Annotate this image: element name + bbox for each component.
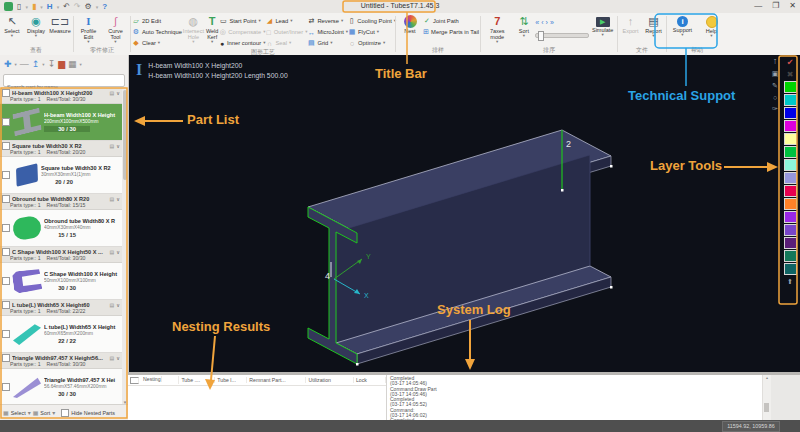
layer-color-swatch[interactable] (784, 94, 797, 106)
part-group-header[interactable]: Obround tube Width80 X R20 ▤ ∨ Parts typ… (0, 194, 122, 210)
layer-color-swatch[interactable] (784, 250, 797, 262)
layer-color-swatch[interactable] (784, 159, 797, 171)
column-tube-l[interactable]: Tube l... (215, 377, 247, 383)
joint-path-button[interactable]: ✓Joint Path (423, 16, 479, 26)
maximize-button[interactable]: ❐ (772, 1, 779, 10)
close-button[interactable]: ✕ (789, 1, 796, 10)
simulate-button[interactable]: ▶ Simulate ▾ (589, 15, 616, 37)
grid-button[interactable]: ▤Grid▾ (307, 38, 348, 48)
chevron-down-icon[interactable]: ∨ (116, 302, 120, 308)
part-checkbox[interactable] (2, 171, 10, 179)
log-scrollbar[interactable]: ▴ (762, 375, 771, 423)
chevron-down-icon[interactable]: ∨ (116, 90, 120, 96)
select-button[interactable]: ↖ Select ▾ (0, 15, 24, 38)
chevron-down-icon[interactable]: ∨ (116, 355, 120, 361)
part-group-header[interactable]: Triangle Width97.457 X Height56... ▤ ∨ P… (0, 353, 122, 369)
layer-color-swatch[interactable] (784, 198, 797, 210)
add-part-icon[interactable]: ✚ (4, 59, 12, 69)
layer-x-icon[interactable]: ✖ (784, 69, 797, 80)
scrollbar-thumb[interactable] (764, 403, 769, 412)
layer-color-swatch[interactable] (784, 120, 797, 132)
cooling-point-button[interactable]: ▯Cooling Point▾ (348, 16, 396, 26)
layer-color-swatch[interactable] (784, 172, 797, 184)
group-checkbox[interactable] (2, 301, 10, 309)
clear-button[interactable]: ◆Clear▾ (132, 38, 182, 48)
report-button[interactable]: ▤ Report ▾ (642, 15, 665, 38)
part-checkbox[interactable] (2, 383, 10, 391)
auto-technique-button[interactable]: ⚙Auto Technique (132, 27, 182, 37)
scrollbar-thumb[interactable] (123, 90, 127, 180)
intersect-hole-button[interactable]: ◍ Intersect Hole ▾ (182, 15, 205, 44)
outer-inner-button[interactable]: □Outer/Inner▾ (265, 27, 307, 37)
part-group-header[interactable]: L tube(L) Width65 X Height60 ▤ ∨ Parts t… (0, 300, 122, 316)
layer-color-swatch[interactable] (784, 133, 797, 145)
step-forward-button[interactable]: › (546, 19, 548, 26)
layer-check-icon[interactable]: ✔ (784, 57, 797, 68)
mini-measure-icon[interactable]: ⊺ (773, 58, 777, 66)
part-group-header[interactable]: H-beam Width100 X Height200 ▤ ∨ Parts ty… (0, 88, 122, 104)
step-back-button[interactable]: ‹ (541, 19, 543, 26)
support-button[interactable]: i Support ▾ (669, 15, 697, 37)
curve-tool-button[interactable]: ∫ Curve Tool ▾ (102, 15, 129, 44)
part-item[interactable]: Obround tube Width80 X R 40mmX30mmX40mm … (0, 210, 122, 247)
group-checkbox[interactable] (2, 142, 10, 150)
chevron-down-icon[interactable]: ∨ (116, 143, 120, 149)
edit-table-icon[interactable]: ▦ (68, 59, 77, 69)
7axes-mode-button[interactable]: 7 7axes mode ▾ (482, 15, 512, 44)
go-first-button[interactable]: « (535, 19, 539, 26)
export-button[interactable]: ↑ Export (619, 15, 642, 34)
remove-part-icon[interactable]: — (20, 59, 29, 69)
merge-parts-button[interactable]: ⊞Merge Parts in Tail (423, 27, 479, 37)
compensate-button[interactable]: ◎Compensate▾ (219, 27, 265, 37)
sort-button[interactable]: ⇅ Sort ▾ (512, 15, 535, 38)
part-group-header[interactable]: Square tube Width30 X R2 ▤ ∨ Parts type:… (0, 141, 122, 157)
group-checkbox[interactable] (2, 354, 10, 362)
lead-button[interactable]: ◢Lead▾ (265, 16, 307, 26)
slider-thumb[interactable] (538, 31, 544, 41)
part-checkbox[interactable] (2, 330, 10, 338)
part-list-scrollbar[interactable]: ▾ (122, 88, 128, 405)
weld-kerf-button[interactable]: T Weld Kerf ▾ (205, 15, 219, 44)
layer-color-swatch[interactable] (784, 81, 797, 93)
send-part-icon[interactable]: ↧ (48, 59, 56, 69)
layer-color-swatch[interactable] (784, 263, 797, 275)
3d-viewport[interactable]: I H-beam Width100 X Height200 H-beam Wid… (128, 55, 800, 372)
layer-up-arrow-icon[interactable]: ⬆ (784, 276, 797, 287)
erase-part-icon[interactable]: ▆ (58, 59, 65, 69)
part-item[interactable]: Triangle Width97.457 X Hei 56.64mmX57.46… (0, 369, 122, 405)
measure-button[interactable]: ⊏⊐ Measure (48, 15, 72, 34)
group-checkbox[interactable] (2, 89, 10, 97)
go-last-button[interactable]: » (550, 19, 554, 26)
import-part-icon[interactable]: ↥ (32, 59, 40, 69)
select-menu-button[interactable]: Select (11, 410, 26, 416)
optimize-button[interactable]: ◌Optimize▾ (348, 38, 396, 48)
column-remnant[interactable]: Remnant Part... (247, 377, 306, 383)
part-checkbox[interactable] (2, 118, 10, 126)
nest-button[interactable]: Nest (397, 15, 423, 34)
simulation-slider[interactable] (535, 33, 589, 38)
part-item[interactable]: L tube(L) Width65 X Height 60mmX65mmX200… (0, 316, 122, 353)
chevron-down-icon[interactable]: ∨ (116, 196, 120, 202)
part-checkbox[interactable] (2, 277, 10, 285)
sort-menu-button[interactable]: Sort (40, 410, 50, 416)
inner-contour-button[interactable]: ●Inner contour▾ (219, 38, 265, 48)
layer-color-swatch[interactable] (784, 237, 797, 249)
hide-nested-checkbox[interactable] (61, 409, 69, 417)
help-button[interactable]: Help ▾ (698, 15, 726, 38)
mini-circle-icon[interactable]: ○ (773, 94, 777, 101)
layer-color-swatch[interactable] (784, 211, 797, 223)
minimize-button[interactable]: — (754, 1, 762, 10)
layer-color-swatch[interactable] (784, 146, 797, 158)
table-checkbox[interactable] (130, 377, 139, 384)
start-point-button[interactable]: ▭Start Point▾ (219, 16, 265, 26)
part-item[interactable]: Square tube Width30 X R2 30mmX30mmX1(1)m… (0, 157, 122, 194)
part-group-header[interactable]: C Shape Width100 X Height50 X ... ▤ ∨ Pa… (0, 247, 122, 263)
group-checkbox[interactable] (2, 248, 10, 256)
column-nesting[interactable]: Nesting (128, 376, 179, 383)
layer-color-swatch[interactable] (784, 107, 797, 119)
column-utilization[interactable]: Utilization (306, 377, 354, 383)
profile-edit-button[interactable]: I Profile Edit ▾ (75, 15, 102, 44)
reverse-button[interactable]: ⇄Reverse▾ (307, 16, 348, 26)
flycut-button[interactable]: ▦FlyCut▾ (348, 27, 396, 37)
scroll-up-icon[interactable]: ▴ (766, 375, 768, 380)
